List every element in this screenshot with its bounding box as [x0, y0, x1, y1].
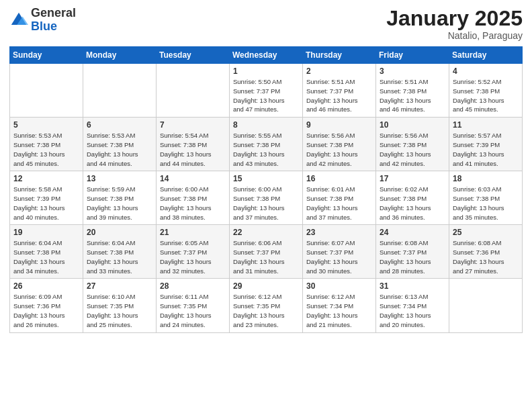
calendar-day-cell: 7Sunrise: 5:54 AM Sunset: 7:38 PM Daylig…	[157, 118, 230, 171]
page-container: General Blue January 2025 Natalio, Parag…	[0, 0, 532, 340]
calendar-week-row: 12Sunrise: 5:58 AM Sunset: 7:39 PM Dayli…	[10, 171, 523, 225]
page-header: General Blue January 2025 Natalio, Parag…	[9, 7, 523, 41]
calendar-day-cell: 24Sunrise: 6:08 AM Sunset: 7:37 PM Dayli…	[376, 225, 449, 279]
calendar-day-cell: 28Sunrise: 6:11 AM Sunset: 7:35 PM Dayli…	[157, 279, 230, 332]
calendar-day-cell: 6Sunrise: 5:53 AM Sunset: 7:38 PM Daylig…	[83, 118, 157, 171]
calendar-day-cell: 13Sunrise: 5:59 AM Sunset: 7:38 PM Dayli…	[83, 171, 157, 225]
day-number: 28	[160, 281, 226, 291]
day-number: 1	[233, 66, 299, 76]
day-number: 10	[380, 120, 445, 130]
calendar-day-cell: 4Sunrise: 5:52 AM Sunset: 7:38 PM Daylig…	[449, 64, 523, 118]
calendar-day-cell	[83, 64, 157, 118]
day-info: Sunrise: 5:56 AM Sunset: 7:38 PM Dayligh…	[306, 131, 372, 168]
calendar-day-cell: 10Sunrise: 5:56 AM Sunset: 7:38 PM Dayli…	[376, 118, 449, 171]
calendar-day-cell: 18Sunrise: 6:03 AM Sunset: 7:38 PM Dayli…	[449, 171, 523, 225]
day-number: 30	[306, 281, 372, 291]
day-info: Sunrise: 6:04 AM Sunset: 7:38 PM Dayligh…	[87, 238, 152, 275]
day-number: 18	[453, 174, 519, 183]
calendar-day-cell: 1Sunrise: 5:50 AM Sunset: 7:37 PM Daylig…	[230, 64, 303, 118]
day-number: 13	[87, 174, 152, 183]
day-info: Sunrise: 6:12 AM Sunset: 7:35 PM Dayligh…	[233, 292, 299, 329]
day-info: Sunrise: 5:57 AM Sunset: 7:39 PM Dayligh…	[453, 131, 519, 168]
day-info: Sunrise: 5:56 AM Sunset: 7:38 PM Dayligh…	[380, 131, 445, 168]
day-number: 25	[453, 228, 519, 237]
day-info: Sunrise: 6:02 AM Sunset: 7:38 PM Dayligh…	[380, 185, 445, 222]
calendar-day-cell: 16Sunrise: 6:01 AM Sunset: 7:38 PM Dayli…	[303, 171, 376, 225]
day-number: 7	[160, 120, 226, 130]
day-info: Sunrise: 6:00 AM Sunset: 7:38 PM Dayligh…	[233, 185, 299, 222]
day-number: 5	[13, 120, 79, 130]
day-info: Sunrise: 6:08 AM Sunset: 7:36 PM Dayligh…	[453, 238, 519, 275]
weekday-header: Friday	[376, 47, 449, 64]
day-info: Sunrise: 6:00 AM Sunset: 7:38 PM Dayligh…	[160, 185, 226, 222]
day-info: Sunrise: 6:09 AM Sunset: 7:36 PM Dayligh…	[13, 292, 79, 329]
calendar-day-cell	[10, 64, 83, 118]
day-info: Sunrise: 5:54 AM Sunset: 7:38 PM Dayligh…	[160, 131, 226, 168]
day-info: Sunrise: 6:03 AM Sunset: 7:38 PM Dayligh…	[453, 185, 519, 222]
day-info: Sunrise: 6:01 AM Sunset: 7:38 PM Dayligh…	[306, 185, 372, 222]
calendar-day-cell: 14Sunrise: 6:00 AM Sunset: 7:38 PM Dayli…	[157, 171, 230, 225]
day-info: Sunrise: 6:08 AM Sunset: 7:37 PM Dayligh…	[380, 238, 445, 275]
calendar-day-cell	[449, 279, 523, 332]
calendar-day-cell: 17Sunrise: 6:02 AM Sunset: 7:38 PM Dayli…	[376, 171, 449, 225]
day-number: 14	[160, 174, 226, 183]
calendar-day-cell: 25Sunrise: 6:08 AM Sunset: 7:36 PM Dayli…	[449, 225, 523, 279]
calendar-day-cell: 23Sunrise: 6:07 AM Sunset: 7:37 PM Dayli…	[303, 225, 376, 279]
calendar-day-cell: 22Sunrise: 6:06 AM Sunset: 7:37 PM Dayli…	[230, 225, 303, 279]
day-info: Sunrise: 6:05 AM Sunset: 7:37 PM Dayligh…	[160, 238, 226, 275]
weekday-header: Sunday	[10, 47, 83, 64]
day-number: 15	[233, 174, 299, 183]
day-info: Sunrise: 5:58 AM Sunset: 7:39 PM Dayligh…	[13, 185, 79, 222]
day-number: 17	[380, 174, 445, 183]
day-info: Sunrise: 5:51 AM Sunset: 7:38 PM Dayligh…	[380, 77, 445, 114]
calendar-day-cell: 3Sunrise: 5:51 AM Sunset: 7:38 PM Daylig…	[376, 64, 449, 118]
day-number: 11	[453, 120, 519, 130]
day-number: 3	[380, 66, 445, 76]
logo-blue: Blue	[31, 20, 76, 34]
calendar-day-cell: 19Sunrise: 6:04 AM Sunset: 7:38 PM Dayli…	[10, 225, 83, 279]
day-number: 20	[87, 228, 152, 237]
day-info: Sunrise: 6:10 AM Sunset: 7:35 PM Dayligh…	[87, 292, 152, 329]
day-info: Sunrise: 5:53 AM Sunset: 7:38 PM Dayligh…	[13, 131, 79, 168]
calendar-day-cell: 9Sunrise: 5:56 AM Sunset: 7:38 PM Daylig…	[303, 118, 376, 171]
day-info: Sunrise: 6:11 AM Sunset: 7:35 PM Dayligh…	[160, 292, 226, 329]
day-info: Sunrise: 5:55 AM Sunset: 7:38 PM Dayligh…	[233, 131, 299, 168]
weekday-header: Monday	[83, 47, 157, 64]
calendar-day-cell: 26Sunrise: 6:09 AM Sunset: 7:36 PM Dayli…	[10, 279, 83, 332]
weekday-header: Saturday	[449, 47, 523, 64]
weekday-header: Thursday	[303, 47, 376, 64]
calendar-table: SundayMondayTuesdayWednesdayThursdayFrid…	[9, 46, 523, 332]
calendar-day-cell: 15Sunrise: 6:00 AM Sunset: 7:38 PM Dayli…	[230, 171, 303, 225]
day-number: 24	[380, 228, 445, 237]
location-subtitle: Natalio, Paraguay	[386, 30, 523, 41]
calendar-day-cell: 21Sunrise: 6:05 AM Sunset: 7:37 PM Dayli…	[157, 225, 230, 279]
day-number: 26	[13, 281, 79, 291]
calendar-day-cell: 2Sunrise: 5:51 AM Sunset: 7:37 PM Daylig…	[303, 64, 376, 118]
day-number: 9	[306, 120, 372, 130]
calendar-week-row: 26Sunrise: 6:09 AM Sunset: 7:36 PM Dayli…	[10, 279, 523, 332]
logo-icon	[9, 11, 28, 30]
calendar-day-cell: 11Sunrise: 5:57 AM Sunset: 7:39 PM Dayli…	[449, 118, 523, 171]
day-info: Sunrise: 6:04 AM Sunset: 7:38 PM Dayligh…	[13, 238, 79, 275]
day-number: 4	[453, 66, 519, 76]
calendar-day-cell: 12Sunrise: 5:58 AM Sunset: 7:39 PM Dayli…	[10, 171, 83, 225]
day-number: 12	[13, 174, 79, 183]
day-info: Sunrise: 6:06 AM Sunset: 7:37 PM Dayligh…	[233, 238, 299, 275]
calendar-week-row: 19Sunrise: 6:04 AM Sunset: 7:38 PM Dayli…	[10, 225, 523, 279]
calendar-day-cell: 27Sunrise: 6:10 AM Sunset: 7:35 PM Dayli…	[83, 279, 157, 332]
day-number: 21	[160, 228, 226, 237]
logo-general: General	[31, 7, 76, 20]
day-number: 29	[233, 281, 299, 291]
day-info: Sunrise: 5:51 AM Sunset: 7:37 PM Dayligh…	[306, 77, 372, 114]
day-number: 27	[87, 281, 152, 291]
calendar-day-cell: 29Sunrise: 6:12 AM Sunset: 7:35 PM Dayli…	[230, 279, 303, 332]
day-number: 22	[233, 228, 299, 237]
weekday-header: Wednesday	[230, 47, 303, 64]
calendar-day-cell: 20Sunrise: 6:04 AM Sunset: 7:38 PM Dayli…	[83, 225, 157, 279]
day-info: Sunrise: 5:53 AM Sunset: 7:38 PM Dayligh…	[87, 131, 152, 168]
day-info: Sunrise: 6:07 AM Sunset: 7:37 PM Dayligh…	[306, 238, 372, 275]
weekday-header: Tuesday	[157, 47, 230, 64]
calendar-header-row: SundayMondayTuesdayWednesdayThursdayFrid…	[10, 47, 523, 64]
day-number: 16	[306, 174, 372, 183]
day-number: 19	[13, 228, 79, 237]
